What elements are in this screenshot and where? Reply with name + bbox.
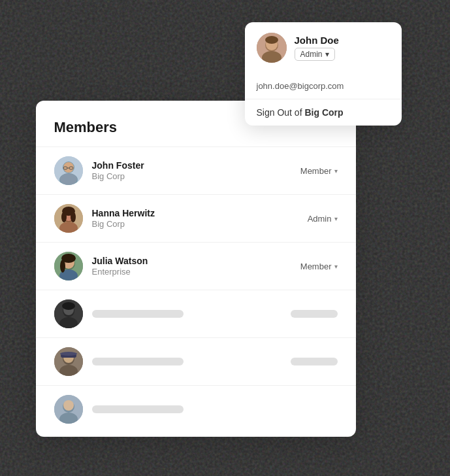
skeleton-name [92,405,184,413]
member-info [92,405,338,413]
profile-info: John Doe Admin ▾ [295,35,339,61]
skeleton-name [92,310,184,318]
svg-point-20 [60,260,65,273]
skeleton-role [291,310,338,318]
profile-email: john.doe@bigcorp.com [245,73,402,99]
member-role-dropdown[interactable]: Member ▾ [300,166,338,176]
role-label: Member [300,262,332,271]
svg-point-13 [61,212,67,222]
members-card: Members John Foster Big Corp [36,101,356,437]
member-info: Hanna Herwitz Big Corp [92,208,298,229]
member-org: Big Corp [92,219,298,229]
svg-point-4 [60,173,77,185]
table-row: Julia Watson Enterprise Member ▾ [36,242,356,290]
svg-point-14 [71,212,76,222]
chevron-down-icon: ▾ [334,215,338,222]
role-label: Admin [308,214,332,224]
avatar [54,347,83,376]
member-name: Hanna Herwitz [92,208,298,218]
profile-header: John Doe Admin ▾ [245,22,402,73]
chevron-down-icon: ▾ [325,50,329,59]
sign-out-label: Sign Out of [257,107,305,118]
svg-point-34 [63,400,74,411]
table-row [36,290,356,337]
svg-point-25 [62,302,75,310]
table-row: John Foster Big Corp Member ▾ [36,146,356,194]
chevron-down-icon: ▾ [334,263,338,270]
member-name: Julia Watson [92,256,291,266]
skeleton-name [92,358,184,366]
avatar [54,204,83,233]
table-row: Hanna Herwitz Big Corp Admin ▾ [36,194,356,242]
svg-point-40 [265,36,278,44]
skeleton-role [291,358,338,366]
member-info: John Foster Big Corp [92,160,291,181]
member-org: Enterprise [92,267,291,277]
avatar [54,299,83,328]
table-row [36,337,356,385]
table-row [36,385,356,437]
profile-name: John Doe [295,35,339,46]
member-role-dropdown[interactable]: Admin ▾ [308,214,338,224]
sign-out-button[interactable]: Sign Out of Big Corp [245,99,402,126]
svg-point-31 [60,352,77,356]
member-info [92,310,281,318]
member-org: Big Corp [92,171,291,181]
profile-dropdown: John Doe Admin ▾ john.doe@bigcorp.com Si… [245,22,402,126]
member-info: Julia Watson Enterprise [92,256,291,277]
chevron-down-icon: ▾ [334,167,338,175]
role-text: Admin [300,50,323,59]
member-name: John Foster [92,160,291,171]
member-info [92,358,281,366]
avatar [54,252,83,280]
member-role-dropdown[interactable]: Member ▾ [300,262,338,271]
svg-point-3 [63,162,74,173]
sign-out-org: Big Corp [304,107,343,118]
avatar [257,33,287,63]
profile-role-badge[interactable]: Admin ▾ [295,48,335,61]
role-label: Member [300,166,332,176]
avatar [54,156,83,185]
avatar [54,395,83,424]
